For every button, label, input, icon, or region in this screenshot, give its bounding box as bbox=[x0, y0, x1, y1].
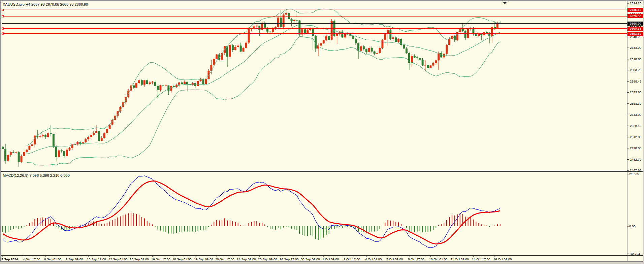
price-level-label[interactable]: 2676.66 bbox=[627, 14, 643, 18]
date-tick-label: 8 Oct 17:00 bbox=[408, 257, 424, 261]
bid-price-label[interactable]: 2666.90 bbox=[627, 22, 643, 26]
date-tick-label: 20 Sep 17:00 bbox=[215, 257, 234, 261]
window-border-left-inner bbox=[1, 1, 1, 261]
macd-indicator-header: MACD(12,26,9) 7.096 5.396 2.210 0.000 bbox=[3, 173, 70, 177]
shift-marker-icon[interactable] bbox=[503, 2, 507, 4]
price-tick-label: 2512.85 bbox=[630, 135, 641, 139]
date-tick-label: 12 Sep 01:00 bbox=[108, 257, 128, 261]
price-tick-label: 2633.90 bbox=[630, 46, 641, 50]
date-tick-label: 25 Sep 09:00 bbox=[258, 257, 277, 261]
price-tick-label: 2573.60 bbox=[630, 90, 641, 94]
level-line-handle bbox=[2, 33, 4, 34]
date-tick-label: 18 Sep 01:00 bbox=[172, 257, 192, 261]
date-axis-border bbox=[0, 255, 644, 256]
price-tick-label: 2543.00 bbox=[630, 113, 641, 117]
price-tick-label: 2482.70 bbox=[630, 158, 641, 162]
bollinger-bands bbox=[27, 9, 500, 165]
level-line-handle bbox=[2, 28, 4, 29]
date-tick-label: 4 Oct 01:00 bbox=[365, 257, 382, 261]
date-tick-label: 24 Sep 01:00 bbox=[237, 257, 256, 261]
candlestick-chart-canvas[interactable] bbox=[0, 0, 644, 264]
date-tick-label: 10 Oct 01:00 bbox=[429, 257, 447, 261]
date-tick-label: 19 Sep 09:00 bbox=[194, 257, 213, 261]
date-tick-label: 7 Oct 09:00 bbox=[386, 257, 403, 261]
chart-window: XAUUSD.pro,H4 2667.98 2670.08 2665.93 26… bbox=[0, 0, 644, 264]
candles-layer bbox=[2, 10, 501, 167]
level-line-handle bbox=[2, 9, 4, 11]
price-tick-label: 2528.15 bbox=[630, 124, 641, 128]
price-tick-label: 2694.20 bbox=[630, 1, 641, 5]
price-tick-label: 2603.75 bbox=[630, 68, 641, 72]
macd-main-line bbox=[3, 176, 500, 248]
price-level-label[interactable]: 2685.34 bbox=[627, 8, 643, 12]
macd-tick-label: 0.00 bbox=[629, 224, 636, 228]
date-tick-label: 10 Sep 17:00 bbox=[87, 257, 106, 261]
date-tick-label: 9 Sep 09:00 bbox=[66, 257, 83, 261]
date-tick-label: 2 Oct 17:00 bbox=[344, 257, 360, 261]
date-tick-label: 11 Oct 09:00 bbox=[451, 257, 469, 261]
price-level-label[interactable]: 2660.18 bbox=[627, 27, 643, 31]
price-level-lines[interactable] bbox=[2, 9, 627, 34]
date-tick-label: 6 Sep 01:00 bbox=[44, 257, 61, 261]
level-line-handle bbox=[2, 15, 4, 17]
price-level-label[interactable]: 2653.32 bbox=[627, 32, 643, 36]
date-tick-label: 14 Oct 17:00 bbox=[472, 257, 490, 261]
date-tick-label: 3 Sep 2024 bbox=[1, 257, 18, 261]
macd-signal-line bbox=[3, 181, 500, 244]
price-tick-label: 2588.45 bbox=[630, 79, 641, 84]
window-border-top-inner bbox=[0, 1, 644, 1]
date-tick-label: 16 Oct 01:00 bbox=[493, 257, 512, 261]
date-tick-label: 13 Sep 09:00 bbox=[130, 257, 149, 261]
symbol-ohlc-header: XAUUSD.pro,H4 2667.98 2670.08 2665.93 26… bbox=[3, 2, 88, 6]
date-tick-label: 26 Sep 17:00 bbox=[280, 257, 299, 261]
price-tick-label: 2618.60 bbox=[630, 57, 641, 61]
price-tick-label: 2498.00 bbox=[630, 146, 641, 150]
date-tick-label: 16 Sep 17:00 bbox=[151, 257, 170, 261]
price-tick-label: 2558.30 bbox=[630, 102, 641, 106]
date-tick-label: 4 Sep 17:00 bbox=[23, 257, 40, 261]
window-border-bottom bbox=[0, 262, 644, 264]
date-tick-label: 30 Sep 01:00 bbox=[301, 257, 320, 261]
date-tick-label: 1 Oct 09:00 bbox=[322, 257, 339, 261]
macd-tick-label: 21.635 bbox=[629, 172, 639, 176]
macd-tick-label: -12.704 bbox=[629, 252, 640, 256]
macd-histogram bbox=[3, 212, 500, 240]
